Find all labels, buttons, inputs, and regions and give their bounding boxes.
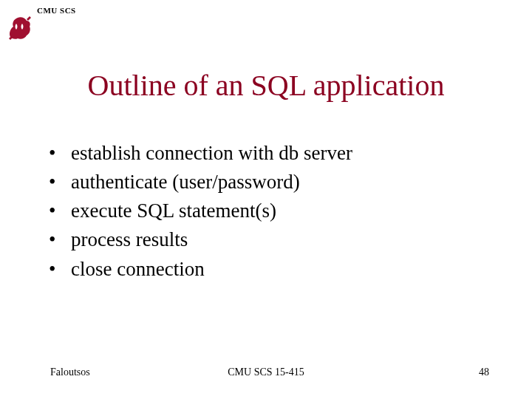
list-item: close connection [49, 255, 352, 284]
footer-course: CMU SCS 15-415 [228, 366, 304, 378]
list-item: execute SQL statement(s) [49, 197, 352, 225]
slide-title: Outline of an SQL application [0, 68, 532, 103]
footer-page-number: 48 [479, 366, 489, 378]
cmu-mascot-icon [4, 13, 34, 43]
slide-header: CMU SCS [37, 6, 76, 15]
list-item: authenticate (user/password) [49, 168, 352, 197]
list-item: establish connection with db server [49, 139, 352, 168]
slide-footer: Faloutsos CMU SCS 15-415 48 [0, 366, 532, 378]
footer-author: Faloutsos [50, 366, 90, 378]
bullet-list: establish connection with db server auth… [49, 139, 352, 284]
list-item: process results [49, 225, 352, 254]
header-label: CMU SCS [37, 6, 76, 15]
